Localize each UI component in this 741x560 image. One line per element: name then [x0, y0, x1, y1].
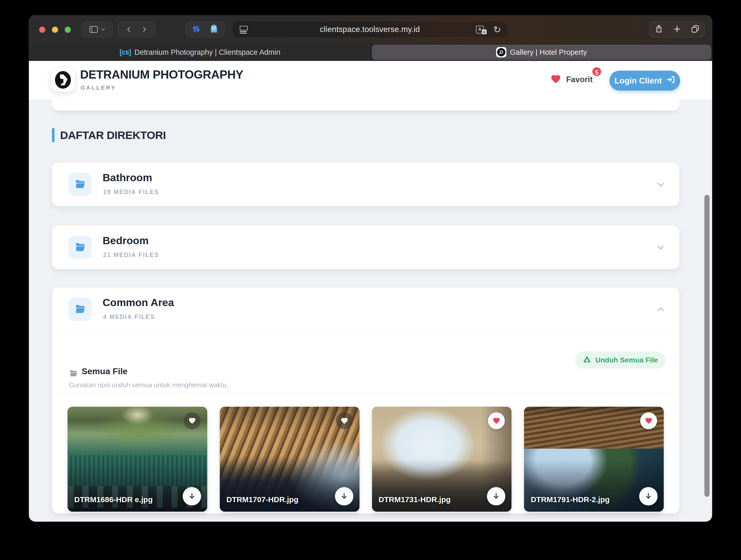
window-actions-group: + [649, 21, 705, 38]
favorite-toggle-button[interactable] [488, 412, 505, 429]
scrolled-card-bottom [52, 99, 679, 111]
site-header: DETRANIUM PHOTOGRAPHY GALLERY Favorit 5 … [29, 61, 712, 99]
divider [52, 333, 679, 333]
directory-name: Common Area [103, 297, 174, 309]
tab-gallery-hotel-property[interactable]: D Gallery | Hotel Property [372, 45, 711, 60]
section-title: DAFTAR DIREKTORI [60, 129, 166, 141]
directory-file-count: 21 MEDIA FILES [103, 252, 159, 258]
directory-header[interactable]: Bedroom 21 MEDIA FILES [52, 226, 679, 269]
divider [52, 393, 679, 393]
close-window-button[interactable] [39, 26, 45, 33]
zoom-window-button[interactable] [65, 26, 71, 33]
file-name: DTRM1791-HDR-2.jpg [531, 495, 609, 504]
directory-name: Bedroom [103, 235, 149, 247]
address-bar[interactable]: clientspace.toolsverse.my.id ↻ [232, 21, 508, 38]
chevron-down-icon[interactable] [657, 243, 664, 249]
download-file-button[interactable] [487, 487, 506, 505]
tab-label: Detranium Photography | Clientspace Admi… [134, 48, 280, 57]
file-name: DTRM1686-HDR e.jpg [74, 495, 153, 504]
directory-header[interactable]: Bathroom 19 MEDIA FILES [52, 163, 679, 206]
directory-file-count: 19 MEDIA FILES [103, 189, 159, 195]
share-icon[interactable] [654, 24, 664, 35]
file-name: DTRM1707-HDR.jpg [226, 495, 298, 504]
page-subtitle: GALLERY [81, 84, 116, 91]
chevron-up-icon[interactable] [657, 307, 664, 314]
window-controls [39, 26, 71, 33]
file-card: DTRM1731-HDR.jpg [372, 407, 512, 512]
login-client-button[interactable]: Login Client [609, 71, 680, 90]
folder-icon [68, 173, 92, 196]
folder-icon [68, 236, 92, 259]
tab-label: Gallery | Hotel Property [510, 48, 587, 57]
new-tab-icon[interactable]: + [674, 23, 681, 35]
reader-view-icon[interactable] [240, 26, 248, 34]
sidebar-icon[interactable] [89, 26, 98, 33]
extensions-group [186, 21, 225, 38]
page-content: DETRANIUM PHOTOGRAPHY GALLERY Favorit 5 … [29, 61, 712, 521]
drive-icon [583, 356, 591, 365]
detranium-favicon: D [496, 47, 507, 57]
directory-card-bedroom: Bedroom 21 MEDIA FILES [52, 226, 679, 269]
tab-overview-icon[interactable] [691, 24, 700, 35]
directory-card-common-area: Common Area 4 MEDIA FILES Semua File Gun… [52, 288, 679, 513]
clientspace-favicon: [cs] [120, 48, 131, 56]
browser-toolbar: clientspace.toolsverse.my.id ↻ + [29, 15, 712, 44]
file-card: DTRM1707-HDR.jpg [220, 407, 359, 512]
directory-name: Bathroom [103, 172, 152, 184]
all-files-folder-icon [69, 369, 78, 379]
download-file-button[interactable] [183, 487, 201, 505]
sidebar-toggle-group [81, 21, 113, 38]
all-files-title: Semua File [82, 366, 128, 376]
login-arrow-icon [666, 75, 675, 86]
minimize-window-button[interactable] [52, 26, 58, 33]
reload-icon[interactable]: ↻ [493, 25, 501, 34]
download-file-button[interactable] [639, 487, 658, 505]
download-file-button[interactable] [335, 487, 353, 505]
tab-clientspace-admin[interactable]: [cs] Detranium Photography | Clientspace… [29, 44, 371, 61]
section-heading: DAFTAR DIREKTORI [52, 128, 166, 142]
heart-icon [550, 74, 562, 85]
pinwheel-extension-icon[interactable] [191, 24, 201, 35]
file-card: DTRM1686-HDR e.jpg [68, 407, 207, 512]
browser-window: clientspace.toolsverse.my.id ↻ + [cs] De… [29, 15, 712, 521]
forward-button[interactable] [141, 27, 146, 32]
ghostery-extension-icon[interactable] [209, 23, 219, 35]
tab-bar: [cs] Detranium Photography | Clientspace… [29, 44, 712, 61]
translate-icon[interactable] [476, 25, 487, 34]
favorite-toggle-button[interactable] [640, 412, 657, 429]
chevron-down-icon[interactable] [101, 27, 105, 30]
file-name: DTRM1731-HDR.jpg [379, 495, 451, 504]
favorites-button[interactable]: Favorit 5 [550, 74, 593, 85]
all-files-description: Gunakan opsi unduh semua untuk menghemat… [69, 381, 228, 389]
file-grid: DTRM1686-HDR e.jpg DTRM1707-HDR.jpg [68, 407, 664, 512]
favorite-toggle-button[interactable] [336, 412, 353, 429]
directory-file-count: 4 MEDIA FILES [103, 314, 155, 320]
directory-header[interactable]: Common Area 4 MEDIA FILES [52, 288, 679, 331]
url-text: clientspace.toolsverse.my.id [320, 25, 420, 34]
favorites-label: Favorit [566, 75, 593, 84]
favorite-toggle-button[interactable] [184, 412, 201, 429]
directory-card-bathroom: Bathroom 19 MEDIA FILES [52, 163, 679, 206]
download-all-label: Unduh Semua File [595, 356, 658, 364]
brand-logo[interactable] [51, 68, 75, 92]
page-title: DETRANIUM PHOTOGRAPHY [80, 68, 243, 81]
folder-icon [68, 297, 92, 321]
back-button[interactable] [127, 27, 132, 32]
page-scrollbar[interactable] [704, 195, 710, 497]
download-all-button[interactable]: Unduh Semua File [575, 352, 666, 369]
address-bar-actions: ↻ [476, 21, 501, 38]
accent-bar [52, 128, 55, 142]
file-card: DTRM1791-HDR-2.jpg [524, 407, 664, 512]
chevron-down-icon[interactable] [657, 180, 664, 186]
favorites-count-badge: 5 [592, 67, 602, 77]
navigation-group [118, 21, 155, 38]
login-label: Login Client [615, 76, 662, 85]
